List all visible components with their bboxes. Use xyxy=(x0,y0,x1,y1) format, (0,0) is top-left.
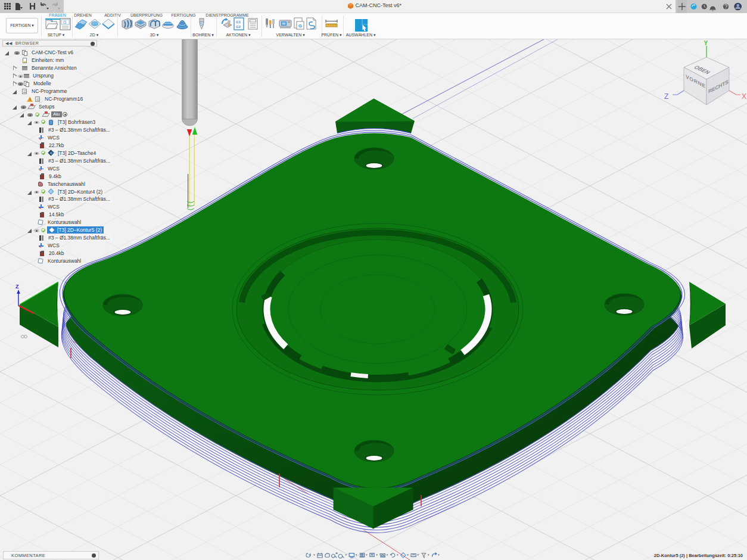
svg-text:G: G xyxy=(63,20,66,24)
svg-text:G2: G2 xyxy=(236,25,241,29)
svg-text:G: G xyxy=(298,23,302,29)
svg-text:Z: Z xyxy=(664,92,668,101)
svg-text:Y: Y xyxy=(704,40,708,46)
svg-text:Z: Z xyxy=(15,284,19,290)
svg-text:G1: G1 xyxy=(236,20,241,24)
svg-text:X: X xyxy=(742,92,746,101)
